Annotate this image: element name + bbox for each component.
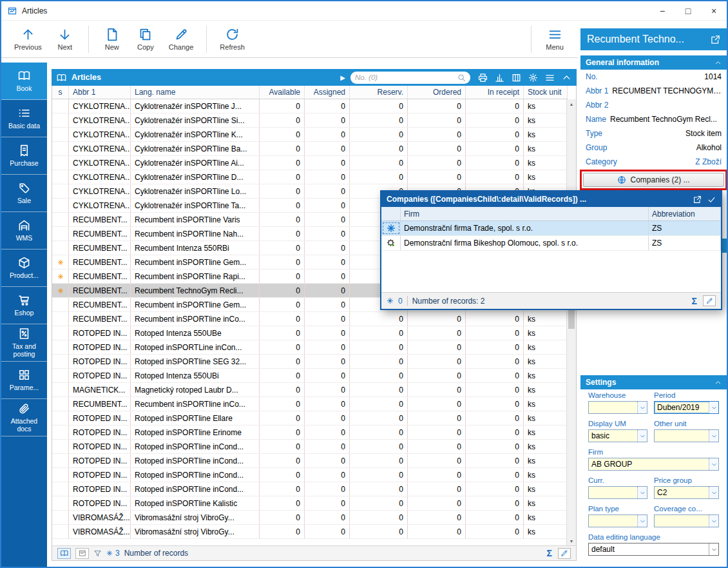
close-button[interactable]: × [701, 1, 727, 20]
table-row[interactable]: CYKLOTRENA...Cyklotrenažér inSPORTline A… [52, 156, 568, 170]
combo-dropdown-button[interactable] [709, 515, 718, 527]
table-row[interactable]: RECUMBENT...Recumbent inSPORTline inCo..… [52, 397, 568, 411]
companies-button[interactable]: Companies (2) ... [583, 173, 724, 187]
table-row[interactable]: ROTOPED IN...Rotoped inSPORTline inCond.… [52, 482, 568, 496]
settings-header[interactable]: Settings [580, 375, 727, 389]
combo-dropdown-button[interactable] [709, 544, 718, 555]
popup-open-icon[interactable] [693, 195, 702, 204]
coverage-co-combo[interactable] [654, 514, 719, 527]
collapse-grid-icon[interactable] [562, 73, 571, 83]
maximize-button[interactable]: □ [675, 1, 701, 20]
plan-type-combo[interactable] [588, 514, 647, 527]
table-row[interactable]: ROTOPED IN...Rotoped inSPORTline Kalisti… [52, 496, 568, 511]
table-row[interactable]: CYKLOTRENA...Cyklotrenažér inSPORTline B… [52, 142, 568, 156]
sidebar-item-purchase[interactable]: Purchase [1, 137, 47, 175]
table-row[interactable]: ROTOPED IN...Rotoped inSPORTline inCond.… [52, 440, 568, 454]
data-editing-language-combo[interactable]: default [588, 543, 719, 556]
popup-confirm-icon[interactable] [707, 195, 716, 204]
search-box[interactable] [350, 72, 470, 84]
combo-dropdown-button[interactable] [709, 487, 718, 498]
open-detail-icon[interactable] [711, 35, 720, 44]
combo-dropdown-button[interactable] [637, 430, 647, 442]
column-header-available[interactable]: Available [260, 86, 305, 99]
table-row[interactable]: ROTOPED IN...Rotoped inSPORTLine inCon..… [52, 340, 568, 355]
combo-dropdown-button[interactable] [709, 458, 718, 470]
collapse-icon[interactable] [714, 379, 722, 386]
combo-dropdown-button[interactable] [709, 402, 718, 413]
sum-icon[interactable]: Σ [547, 548, 552, 558]
play-icon[interactable]: ▶ [340, 74, 345, 81]
popup-edit-button[interactable] [703, 295, 716, 306]
column-header-abbr-1[interactable]: Abbr 1 [69, 86, 131, 99]
table-row[interactable]: CYKLOTRENA...Cyklotrenažér inSPORTline D… [52, 170, 568, 184]
vertical-scrollbar[interactable]: ▲ ▼ [566, 99, 576, 545]
sidebar-item-tax-and-posting[interactable]: Tax and posting [1, 324, 47, 362]
popup-column-header-firm[interactable]: Firm [401, 207, 649, 220]
columns-icon[interactable] [512, 73, 521, 83]
minimize-button[interactable]: − [649, 1, 675, 20]
table-row[interactable]: ROTOPED IN...Rotoped inSPORTline Erinome… [52, 426, 568, 440]
grid-menu-icon[interactable] [545, 73, 555, 83]
combo-dropdown-button[interactable] [637, 487, 647, 498]
column-header-s[interactable]: s [52, 86, 69, 99]
titlebar[interactable]: Articles − □ × [1, 1, 727, 21]
search-input[interactable] [355, 73, 455, 81]
form-view-button[interactable] [75, 548, 89, 559]
column-header-reserv[interactable]: Reserv. [350, 86, 408, 99]
combo-dropdown-button[interactable] [637, 402, 647, 413]
table-row[interactable]: ROTOPED IN...Rotoped inSPORTline SEG 32.… [52, 355, 568, 369]
sidebar-item-book[interactable]: Book [1, 63, 47, 100]
filter-icon[interactable] [93, 549, 102, 558]
table-row[interactable]: RECUMBENT...Recumbent inSPORTline inCo..… [52, 312, 568, 326]
column-header-ordered[interactable]: Ordered [408, 86, 466, 99]
general-information-header[interactable]: General information [580, 55, 727, 70]
new-button[interactable]: New [97, 25, 128, 54]
table-row[interactable]: ROTOPED IN...Rotoped Intenza 550UBe00000… [52, 326, 568, 340]
popup-column-header-item[interactable] [381, 207, 401, 220]
popup-row[interactable]: Demonstrační firma Trade, spol. s r.o.ZS [381, 221, 721, 236]
other-unit-combo[interactable] [654, 429, 719, 442]
popup-titlebar[interactable]: Companies ([CompaniesChild\:detail\Valid… [381, 191, 721, 207]
sidebar-item-basic-data[interactable]: Basic data [1, 100, 47, 137]
scroll-up-button[interactable]: ▲ [567, 99, 576, 108]
previous-button[interactable]: Previous [9, 25, 47, 54]
table-row[interactable]: CYKLOTRENA...Cyklotrenažér inSPORTline S… [52, 113, 568, 128]
table-row[interactable]: ROTOPED IN...Rotoped inSPORTline inCond.… [52, 454, 568, 468]
copy-button[interactable]: Copy [130, 25, 161, 54]
change-button[interactable]: Change [164, 25, 199, 54]
column-header-stock-unit[interactable]: Stock unit [524, 86, 568, 99]
price-group-combo[interactable]: C2 [654, 486, 719, 499]
sidebar-item-eshop[interactable]: Eshop [1, 287, 47, 324]
print-icon[interactable] [478, 73, 488, 83]
field-value[interactable]: Z Zboží [695, 157, 722, 166]
popup-column-header-abbreviation[interactable]: Abbreviation [649, 207, 721, 220]
table-row[interactable]: ROTOPED IN...Rotoped inSPORTline Ellare0… [52, 411, 568, 426]
sidebar-item-product[interactable]: Product... [1, 250, 47, 287]
combo-dropdown-button[interactable] [709, 430, 718, 442]
collapse-icon[interactable] [714, 59, 722, 66]
edit-button[interactable] [558, 548, 571, 559]
table-row[interactable]: VIBROMASÁŽ...Vibromasážní stroj VibroGy.… [52, 525, 568, 539]
column-header-assigned[interactable]: Assigned [305, 86, 350, 99]
column-header-in-receipt[interactable]: In receipt [466, 86, 524, 99]
period-combo[interactable]: Duben/2019 [654, 401, 719, 414]
display-um-combo[interactable]: basic [588, 429, 647, 442]
table-row[interactable]: MAGNETICK...Magnetický rotoped Laubr D..… [52, 383, 568, 397]
curr-combo[interactable] [588, 486, 647, 499]
table-row[interactable]: VIBROMASÁŽ...Vibromasážní stroj VibroGy.… [52, 511, 568, 525]
table-row[interactable]: ROTOPED IN...Rotoped inSPORTline inCond.… [52, 468, 568, 482]
menu-button[interactable]: Menu [539, 25, 570, 54]
table-row[interactable]: ROTOPED IN...Rotoped Intenza 550UBi00000… [52, 369, 568, 383]
table-row[interactable]: CYKLOTRENA...Cyklotrenažér inSPORTline K… [52, 128, 568, 142]
table-row[interactable]: CYKLOTRENA...Cyklotrenažér inSPORTline J… [52, 99, 568, 113]
next-button[interactable]: Next [50, 25, 81, 54]
combo-dropdown-button[interactable] [637, 515, 647, 527]
sidebar-item-sale[interactable]: Sale [1, 175, 47, 212]
browse-view-button[interactable] [57, 548, 71, 559]
popup-row[interactable]: Demonstrační firma Bikeshop Olomouc, spo… [381, 236, 721, 251]
chart-icon[interactable] [495, 73, 504, 83]
sidebar-item-parame[interactable]: Parame... [1, 362, 47, 399]
sidebar-item-wms[interactable]: WMS [1, 212, 47, 250]
refresh-button[interactable]: Refresh [215, 25, 250, 54]
scroll-down-button[interactable]: ▼ [567, 536, 576, 545]
